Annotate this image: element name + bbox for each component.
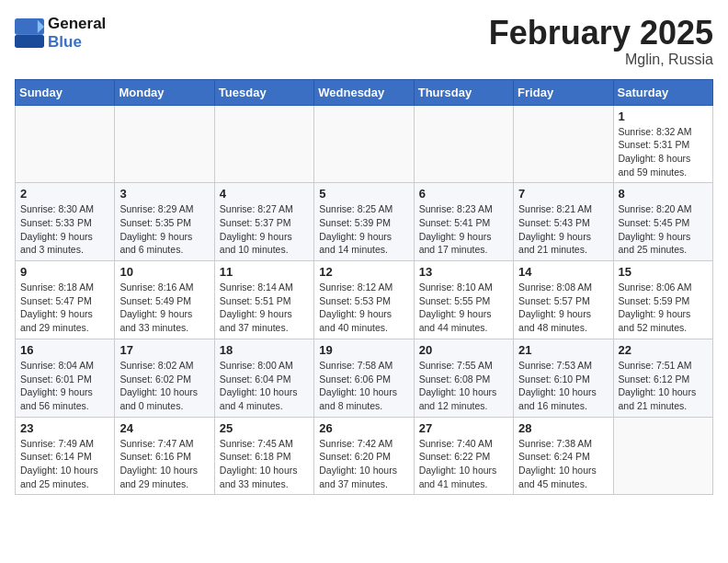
calendar-cell: 16Sunrise: 8:04 AM Sunset: 6:01 PM Dayli…	[16, 339, 115, 417]
calendar-cell: 24Sunrise: 7:47 AM Sunset: 6:16 PM Dayli…	[115, 417, 214, 495]
weekday-header-row: SundayMondayTuesdayWednesdayThursdayFrid…	[16, 79, 713, 105]
calendar-cell	[314, 105, 414, 183]
day-info: Sunrise: 7:45 AM Sunset: 6:18 PM Dayligh…	[220, 437, 309, 491]
calendar-cell: 11Sunrise: 8:14 AM Sunset: 5:51 PM Dayli…	[214, 261, 313, 339]
calendar-cell: 27Sunrise: 7:40 AM Sunset: 6:22 PM Dayli…	[414, 417, 513, 495]
logo: General Blue	[15, 15, 106, 52]
calendar-cell: 15Sunrise: 8:06 AM Sunset: 5:59 PM Dayli…	[613, 261, 712, 339]
calendar-week-1: 1Sunrise: 8:32 AM Sunset: 5:31 PM Daylig…	[16, 105, 713, 183]
day-info: Sunrise: 7:38 AM Sunset: 6:24 PM Dayligh…	[518, 437, 608, 491]
calendar-title: February 2025	[489, 15, 713, 52]
calendar-cell: 20Sunrise: 7:55 AM Sunset: 6:08 PM Dayli…	[414, 339, 513, 417]
calendar-cell	[16, 105, 115, 183]
calendar-cell: 10Sunrise: 8:16 AM Sunset: 5:49 PM Dayli…	[115, 261, 214, 339]
day-info: Sunrise: 8:16 AM Sunset: 5:49 PM Dayligh…	[119, 281, 209, 335]
day-info: Sunrise: 8:23 AM Sunset: 5:41 PM Dayligh…	[419, 202, 508, 257]
day-number: 4	[220, 187, 309, 201]
day-number: 26	[319, 421, 408, 435]
day-info: Sunrise: 7:53 AM Sunset: 6:10 PM Dayligh…	[518, 359, 608, 413]
day-number: 15	[619, 265, 708, 279]
calendar-cell: 14Sunrise: 8:08 AM Sunset: 5:57 PM Dayli…	[514, 261, 613, 339]
day-info: Sunrise: 8:25 AM Sunset: 5:39 PM Dayligh…	[319, 202, 408, 257]
day-number: 19	[319, 343, 408, 357]
day-info: Sunrise: 7:40 AM Sunset: 6:22 PM Dayligh…	[419, 437, 508, 491]
day-info: Sunrise: 8:04 AM Sunset: 6:01 PM Dayligh…	[20, 359, 109, 413]
day-number: 28	[518, 421, 608, 435]
calendar-cell: 5Sunrise: 8:25 AM Sunset: 5:39 PM Daylig…	[314, 183, 414, 261]
day-number: 11	[220, 265, 309, 279]
calendar-cell: 17Sunrise: 8:02 AM Sunset: 6:02 PM Dayli…	[115, 339, 214, 417]
calendar-cell: 3Sunrise: 8:29 AM Sunset: 5:35 PM Daylig…	[115, 183, 214, 261]
calendar-cell	[613, 417, 712, 495]
svg-rect-1	[15, 35, 44, 48]
day-number: 10	[119, 265, 209, 279]
weekday-header-monday: Monday	[115, 79, 214, 105]
day-info: Sunrise: 7:49 AM Sunset: 6:14 PM Dayligh…	[20, 437, 109, 491]
day-info: Sunrise: 8:32 AM Sunset: 5:31 PM Dayligh…	[619, 125, 708, 179]
day-number: 14	[518, 265, 608, 279]
calendar-cell	[414, 105, 513, 183]
day-info: Sunrise: 8:29 AM Sunset: 5:35 PM Dayligh…	[119, 202, 209, 257]
day-number: 21	[518, 343, 608, 357]
day-number: 22	[619, 343, 708, 357]
calendar-table: SundayMondayTuesdayWednesdayThursdayFrid…	[15, 79, 713, 496]
calendar-cell: 25Sunrise: 7:45 AM Sunset: 6:18 PM Dayli…	[214, 417, 313, 495]
logo-text: General Blue	[48, 15, 106, 52]
calendar-cell	[214, 105, 313, 183]
day-number: 6	[419, 187, 508, 201]
calendar-week-4: 16Sunrise: 8:04 AM Sunset: 6:01 PM Dayli…	[16, 339, 713, 417]
day-number: 12	[319, 265, 408, 279]
day-info: Sunrise: 8:30 AM Sunset: 5:33 PM Dayligh…	[20, 202, 109, 257]
day-info: Sunrise: 8:06 AM Sunset: 5:59 PM Dayligh…	[619, 281, 708, 335]
day-number: 1	[619, 109, 708, 123]
calendar-cell: 28Sunrise: 7:38 AM Sunset: 6:24 PM Dayli…	[514, 417, 613, 495]
calendar-subtitle: Mglin, Russia	[489, 52, 713, 68]
day-number: 24	[119, 421, 209, 435]
calendar-cell: 12Sunrise: 8:12 AM Sunset: 5:53 PM Dayli…	[314, 261, 414, 339]
weekday-header-saturday: Saturday	[613, 79, 712, 105]
calendar-cell: 22Sunrise: 7:51 AM Sunset: 6:12 PM Dayli…	[613, 339, 712, 417]
calendar-cell: 4Sunrise: 8:27 AM Sunset: 5:37 PM Daylig…	[214, 183, 313, 261]
day-number: 25	[220, 421, 309, 435]
day-info: Sunrise: 8:08 AM Sunset: 5:57 PM Dayligh…	[518, 281, 608, 335]
weekday-header-wednesday: Wednesday	[314, 79, 414, 105]
day-number: 2	[20, 187, 109, 201]
calendar-title-block: February 2025 Mglin, Russia	[489, 15, 713, 68]
day-info: Sunrise: 7:55 AM Sunset: 6:08 PM Dayligh…	[419, 359, 508, 413]
calendar-cell: 23Sunrise: 7:49 AM Sunset: 6:14 PM Dayli…	[16, 417, 115, 495]
day-info: Sunrise: 8:20 AM Sunset: 5:45 PM Dayligh…	[619, 202, 708, 257]
weekday-header-thursday: Thursday	[414, 79, 513, 105]
logo-icon	[15, 18, 44, 48]
day-number: 8	[619, 187, 708, 201]
calendar-cell: 18Sunrise: 8:00 AM Sunset: 6:04 PM Dayli…	[214, 339, 313, 417]
calendar-cell: 6Sunrise: 8:23 AM Sunset: 5:41 PM Daylig…	[414, 183, 513, 261]
calendar-cell	[115, 105, 214, 183]
calendar-cell: 8Sunrise: 8:20 AM Sunset: 5:45 PM Daylig…	[613, 183, 712, 261]
calendar-cell: 26Sunrise: 7:42 AM Sunset: 6:20 PM Dayli…	[314, 417, 414, 495]
calendar-week-3: 9Sunrise: 8:18 AM Sunset: 5:47 PM Daylig…	[16, 261, 713, 339]
day-number: 7	[518, 187, 608, 201]
day-number: 5	[319, 187, 408, 201]
day-number: 27	[419, 421, 508, 435]
day-number: 9	[20, 265, 109, 279]
day-number: 23	[20, 421, 109, 435]
calendar-cell: 19Sunrise: 7:58 AM Sunset: 6:06 PM Dayli…	[314, 339, 414, 417]
day-info: Sunrise: 8:00 AM Sunset: 6:04 PM Dayligh…	[220, 359, 309, 413]
weekday-header-friday: Friday	[514, 79, 613, 105]
day-info: Sunrise: 8:27 AM Sunset: 5:37 PM Dayligh…	[220, 202, 309, 257]
weekday-header-tuesday: Tuesday	[214, 79, 313, 105]
calendar-cell	[514, 105, 613, 183]
calendar-week-5: 23Sunrise: 7:49 AM Sunset: 6:14 PM Dayli…	[16, 417, 713, 495]
day-info: Sunrise: 8:14 AM Sunset: 5:51 PM Dayligh…	[220, 281, 309, 335]
calendar-cell: 9Sunrise: 8:18 AM Sunset: 5:47 PM Daylig…	[16, 261, 115, 339]
calendar-cell: 13Sunrise: 8:10 AM Sunset: 5:55 PM Dayli…	[414, 261, 513, 339]
calendar-week-2: 2Sunrise: 8:30 AM Sunset: 5:33 PM Daylig…	[16, 183, 713, 261]
day-number: 3	[119, 187, 209, 201]
day-info: Sunrise: 7:51 AM Sunset: 6:12 PM Dayligh…	[619, 359, 708, 413]
day-number: 18	[220, 343, 309, 357]
day-info: Sunrise: 7:58 AM Sunset: 6:06 PM Dayligh…	[319, 359, 408, 413]
calendar-cell: 1Sunrise: 8:32 AM Sunset: 5:31 PM Daylig…	[613, 105, 712, 183]
day-info: Sunrise: 8:12 AM Sunset: 5:53 PM Dayligh…	[319, 281, 408, 335]
day-number: 16	[20, 343, 109, 357]
day-info: Sunrise: 7:47 AM Sunset: 6:16 PM Dayligh…	[119, 437, 209, 491]
